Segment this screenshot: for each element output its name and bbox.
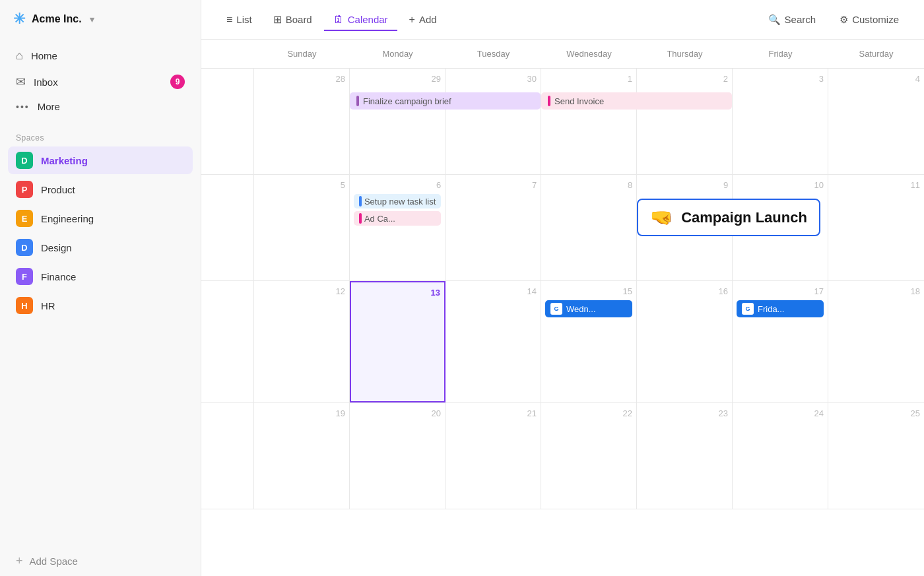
google-wed-label: Wedn... (566, 304, 596, 314)
cal-date-8: 8 (545, 180, 632, 190)
cal-cell-sun-1[interactable]: 28 (254, 69, 350, 174)
event-google-friday[interactable]: G Frida... (737, 300, 824, 317)
sidebar-item-home[interactable]: ⌂ Home (8, 44, 193, 68)
event-campaign-launch[interactable]: 🤜 Campaign Launch (637, 199, 820, 236)
cal-cell-sun-3[interactable]: 12 (254, 281, 350, 402)
sidebar-item-product[interactable]: P Product (8, 176, 193, 203)
cal-cell-wed-4[interactable]: 22 (541, 403, 637, 509)
search-icon: 🔍 (768, 14, 781, 26)
cal-header-thursday: Thursday (637, 40, 733, 68)
cal-cell-tue-2[interactable]: 7 (446, 175, 541, 280)
spaces-label: Spaces (0, 123, 201, 146)
cal-week-num-1 (201, 69, 254, 174)
event-finalize-campaign[interactable]: Finalize campaign brief (350, 92, 541, 110)
event-invoice-label: Send Invoice (554, 96, 604, 106)
cal-cell-sat-3[interactable]: 18 (828, 281, 924, 402)
cal-cell-sun-4[interactable]: 19 (254, 403, 350, 509)
event-dot-ad (359, 213, 362, 224)
campaign-launch-emoji: 🤜 (650, 207, 673, 228)
cal-week-4: 19 20 21 22 23 24 25 (201, 403, 924, 509)
cal-cell-mon-3-today[interactable]: 13 (350, 281, 446, 402)
customize-button[interactable]: ⚙ Customize (830, 9, 908, 31)
cal-cell-sat-1[interactable]: 4 (828, 69, 924, 174)
cal-week-2: 5 6 Setup new task list Ad Ca... 7 8 (201, 175, 924, 281)
cal-date-12: 12 (258, 286, 345, 296)
board-tab-icon: ⊞ (273, 13, 282, 26)
google-icon-fri: G (742, 303, 754, 315)
cal-date-25: 25 (832, 408, 920, 418)
search-button[interactable]: 🔍 Search (759, 9, 826, 31)
tab-calendar[interactable]: 🗓 Calendar (324, 9, 397, 31)
logo-icon: ✳ (13, 11, 25, 28)
cal-cell-mon-2[interactable]: 6 Setup new task list Ad Ca... (350, 175, 446, 280)
list-tab-icon: ≡ (226, 14, 232, 26)
sidebar-item-finance[interactable]: F Finance (8, 263, 193, 290)
cal-cell-sat-4[interactable]: 25 (828, 403, 924, 509)
sidebar-item-marketing[interactable]: D Marketing (8, 146, 193, 174)
tab-board-label: Board (286, 14, 312, 25)
tab-list[interactable]: ≡ List (217, 9, 261, 31)
sidebar-item-engineering[interactable]: E Engineering (8, 205, 193, 232)
add-tab-icon: + (409, 14, 415, 26)
cal-cell-thu-2[interactable]: 9 🤜 Campaign Launch (637, 175, 733, 280)
event-setup-task[interactable]: Setup new task list (354, 194, 441, 208)
cal-cell-tue-1[interactable]: 30 (446, 69, 541, 174)
app-logo[interactable]: ✳ Acme Inc. ▾ (0, 0, 201, 38)
sidebar-item-hr[interactable]: H HR (8, 292, 193, 319)
cal-week-num-4 (201, 403, 254, 509)
cal-week-num-3 (201, 281, 254, 402)
cal-date-11: 11 (832, 180, 920, 190)
cal-header-sunday: Sunday (254, 40, 350, 68)
design-label: Design (41, 242, 72, 253)
cal-cell-mon-1[interactable]: 29 Finalize campaign brief (350, 69, 446, 174)
add-space-plus-icon: + (16, 554, 23, 568)
cal-cell-fri-1[interactable]: 3 (733, 69, 828, 174)
cal-cell-wed-3[interactable]: 15 G Wedn... (541, 281, 637, 402)
cal-date-14: 14 (449, 286, 537, 296)
home-icon: ⌂ (16, 49, 23, 63)
customize-label: Customize (852, 14, 899, 25)
cal-date-17: 17 (737, 286, 824, 296)
sidebar-item-more[interactable]: ••• More (8, 96, 193, 117)
event-dot-invoice (548, 96, 550, 106)
cal-cell-tue-3[interactable]: 14 (446, 281, 541, 402)
event-send-invoice[interactable]: Send Invoice (541, 92, 732, 110)
event-setup-label: Setup new task list (364, 197, 436, 207)
cal-header-saturday: Saturday (828, 40, 924, 68)
cal-date-24: 24 (737, 408, 824, 418)
tab-board[interactable]: ⊞ Board (264, 8, 321, 31)
cal-cell-fri-3[interactable]: 17 G Frida... (733, 281, 828, 402)
cal-week-num-2 (201, 175, 254, 280)
tab-add[interactable]: + Add (400, 9, 446, 31)
cal-cell-fri-4[interactable]: 24 (733, 403, 828, 509)
cal-cell-wed-2[interactable]: 8 (541, 175, 637, 280)
marketing-label: Marketing (41, 155, 88, 166)
sidebar-nav: ⌂ Home ✉ Inbox 9 ••• More (0, 38, 201, 123)
cal-date-16: 16 (641, 286, 728, 296)
event-ad-label: Ad Ca... (364, 214, 395, 224)
cal-cell-thu-4[interactable]: 23 (637, 403, 733, 509)
event-google-wednesday[interactable]: G Wedn... (545, 300, 632, 317)
google-icon-wed: G (550, 303, 562, 315)
cal-header-empty (201, 40, 254, 68)
sidebar-item-inbox[interactable]: ✉ Inbox 9 (8, 69, 193, 94)
google-fri-label: Frida... (758, 304, 784, 314)
cal-cell-tue-4[interactable]: 21 (446, 403, 541, 509)
cal-cell-sat-2[interactable]: 11 (828, 175, 924, 280)
cal-date-7: 7 (449, 180, 537, 190)
sidebar-item-design[interactable]: D Design (8, 234, 193, 261)
event-dot-setup (359, 196, 362, 207)
cal-cell-sun-2[interactable]: 5 (254, 175, 350, 280)
cal-cell-thu-1[interactable]: 2 (637, 69, 733, 174)
cal-cell-mon-4[interactable]: 20 (350, 403, 446, 509)
cal-cell-wed-1[interactable]: 1 Send Invoice (541, 69, 637, 174)
add-space-label: Add Space (30, 556, 78, 567)
cal-cell-thu-3[interactable]: 16 (637, 281, 733, 402)
add-space-button[interactable]: + Add Space (0, 546, 201, 576)
product-label: Product (41, 184, 75, 195)
tab-list-label: List (236, 14, 251, 25)
cal-date-21: 21 (449, 408, 537, 418)
event-ad-campaign[interactable]: Ad Ca... (354, 211, 441, 226)
tab-calendar-label: Calendar (348, 14, 388, 25)
app-chevron: ▾ (90, 15, 94, 24)
